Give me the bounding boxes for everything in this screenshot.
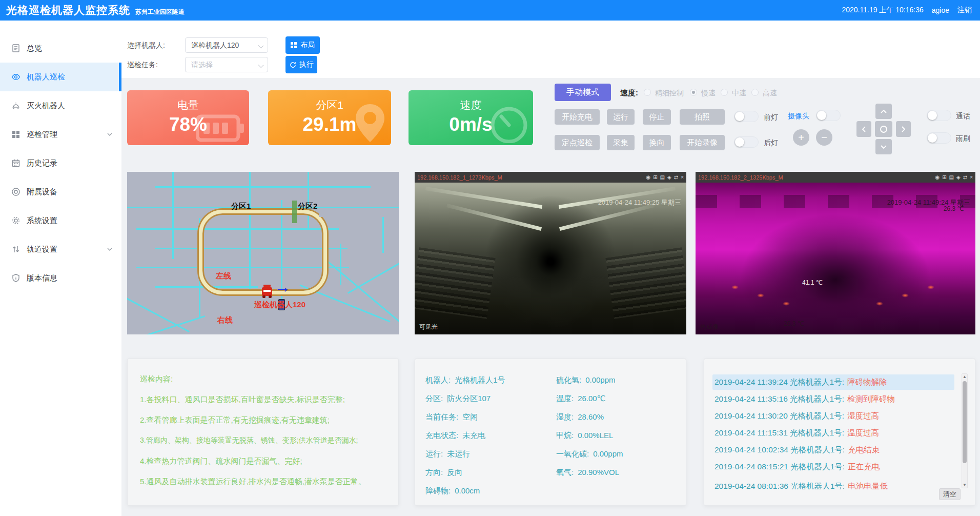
execute-button[interactable]: 执行	[285, 56, 317, 73]
sidebar-item-aux-devices[interactable]: 附属设备	[0, 177, 121, 206]
capture-icon[interactable]: ◈	[667, 174, 671, 180]
zone-card-value: 29.1m	[268, 114, 391, 135]
panel-icon[interactable]: ▤	[660, 174, 665, 180]
task-select-placeholder: 请选择	[191, 61, 213, 69]
scroll-up-icon[interactable]: ▲	[962, 374, 967, 379]
sidebar-item-overview[interactable]: 总览	[0, 34, 121, 63]
status-value: 20.90%VOL	[578, 468, 619, 477]
zoom-out-button[interactable]: −	[816, 129, 832, 146]
status-value: 0.00ppm	[585, 375, 615, 384]
start-charge-button[interactable]: 开始充电	[555, 109, 600, 125]
status-label: 湿度:	[556, 412, 574, 421]
inspection-title: 巡检内容:	[140, 374, 173, 384]
log-row[interactable]: 2019-04-24 11:30:20 光格机器人1号:湿度过高	[714, 408, 956, 424]
pan-down-button[interactable]	[875, 139, 892, 154]
log-row[interactable]: 2019-04-24 10:02:34 光格机器人1号:充电结束	[714, 442, 956, 458]
pan-up-button[interactable]	[875, 104, 892, 119]
sidebar-item-history[interactable]: 历史记录	[0, 149, 121, 177]
sidebar-item-version-info[interactable]: 版本信息	[0, 264, 121, 292]
log-row[interactable]: 2019-04-24 11:39:24 光格机器人1号:障碍物解除	[712, 374, 954, 390]
pan-right-button[interactable]	[896, 121, 911, 137]
robot-map-label: 巡检机器人120	[254, 300, 305, 310]
settings-icon[interactable]: ⊞	[653, 174, 657, 180]
fixed-point-patrol-button[interactable]: 定点巡检	[555, 135, 600, 150]
log-message: 充电结束	[848, 445, 880, 454]
wiper-toggle[interactable]	[927, 132, 951, 144]
scrollbar-thumb[interactable]	[963, 381, 967, 463]
record-button[interactable]: 开始录像	[680, 135, 725, 150]
log-row[interactable]: 2019-04-24 08:15:21 光格机器人1号:正在充电	[714, 459, 956, 474]
status-label: 机器人:	[425, 375, 451, 384]
photo-button[interactable]: 拍照	[680, 109, 725, 125]
monitor-icon[interactable]: ◉	[935, 174, 940, 180]
settings-icon[interactable]: ⊞	[942, 174, 946, 180]
speed-radio-high-label[interactable]: 高速	[763, 89, 777, 98]
status-value: 未充电	[462, 431, 485, 440]
chevron-down-icon	[881, 145, 887, 149]
log-row[interactable]: 2019-04-24 11:15:31 光格机器人1号:温度过高	[714, 425, 956, 441]
thermal-video-panel: 192.168.150.182_2_1325Kbps_M ◉ ⊞ ▤ ◈ ⇄ ×…	[696, 172, 975, 334]
manual-mode-button[interactable]: 手动模式	[555, 84, 611, 101]
monitor-icon[interactable]: ◉	[646, 174, 650, 180]
sidebar-item-fire-robot[interactable]: 灭火机器人	[0, 91, 121, 120]
scroll-down-icon[interactable]: ▼	[962, 483, 967, 487]
run-button[interactable]: 运行	[607, 109, 635, 125]
sidebar-item-inspection-mgmt[interactable]: 巡检管理	[0, 120, 121, 149]
temp-reading-bottom: 26.3 ℃	[784, 320, 804, 327]
pan-left-button[interactable]	[856, 121, 871, 137]
sidebar-item-system-settings[interactable]: 系统设置	[0, 206, 121, 235]
pan-center-button[interactable]	[875, 121, 892, 137]
panel-icon[interactable]: ▤	[949, 174, 954, 180]
stream-icon[interactable]: ⇄	[963, 174, 967, 180]
video-timestamp: 2019-04-24 11:49:25 星期三	[598, 198, 681, 207]
log-message: 温度过高	[847, 428, 879, 437]
speed-radio-slow[interactable]	[690, 89, 697, 96]
layout-button[interactable]: 布局	[285, 36, 320, 54]
robot-select[interactable]: 巡检机器人120	[185, 37, 268, 53]
front-light-toggle[interactable]	[734, 111, 759, 122]
reverse-button[interactable]: 换向	[643, 135, 671, 150]
track-arrows-icon	[11, 245, 21, 254]
close-icon[interactable]: ×	[970, 174, 973, 180]
toggle-knob	[735, 112, 744, 121]
temp-reading-top: 26.3 ℃	[944, 205, 964, 212]
speed-radio-high[interactable]	[751, 89, 759, 96]
speed-radio-fine-label[interactable]: 精细控制	[655, 89, 684, 98]
zoom-in-button[interactable]: +	[793, 129, 809, 146]
camera-toggle[interactable]	[816, 110, 841, 121]
speed-label: 速度:	[620, 88, 638, 98]
log-robot: 光格机器人1号:	[790, 411, 844, 420]
close-icon[interactable]: ×	[681, 174, 684, 180]
status-label: 当前任务:	[425, 412, 458, 421]
stream-icon[interactable]: ⇄	[674, 174, 678, 180]
sidebar-item-track-settings[interactable]: 轨道设置	[0, 235, 121, 264]
speed-radio-medium[interactable]	[721, 89, 728, 96]
log-scrollbar[interactable]: ▲ ▼	[962, 373, 968, 488]
logout-button[interactable]: 注销	[957, 6, 972, 15]
status-label: 氧气:	[556, 468, 574, 477]
stop-button[interactable]: 停止	[643, 109, 671, 125]
track-map: 分区1 分区2 左线 右线 → 巡检机器人120	[127, 172, 399, 334]
log-message: 湿度过高	[847, 411, 879, 420]
talk-toggle[interactable]	[927, 110, 951, 121]
toggle-knob	[928, 133, 937, 143]
speed-radio-fine[interactable]	[644, 89, 651, 96]
task-select[interactable]: 请选择	[185, 57, 268, 72]
log-row[interactable]: 2019-04-24 08:01:36 光格机器人1号:电池电量低	[714, 479, 956, 489]
event-log-panel: 2019-04-24 11:39:24 光格机器人1号:障碍物解除 2019-0…	[704, 359, 975, 506]
robot-marker-icon[interactable]	[261, 285, 273, 298]
capture-icon[interactable]: ◈	[956, 174, 961, 180]
speed-radio-slow-label[interactable]: 慢速	[701, 89, 716, 98]
inspection-content-panel: 巡检内容: 1.各投料口、通风口是否损坏,百叶窗是否缺失,标识是否完整; 2.查…	[127, 359, 399, 506]
front-light-label: 前灯	[764, 113, 778, 122]
sidebar-item-robot-inspection[interactable]: 机器人巡检	[0, 63, 121, 91]
visible-video-panel: 192.168.150.182_1_1273Kbps_M ◉ ⊞ ▤ ◈ ⇄ ×…	[415, 172, 686, 334]
log-row[interactable]: 2019-04-24 11:35:16 光格机器人1号:检测到障碍物	[714, 391, 956, 407]
speed-radio-medium-label[interactable]: 中速	[732, 89, 746, 98]
status-value: 防火分区107	[447, 394, 491, 403]
battery-card-value: 78%	[127, 114, 249, 135]
header-username[interactable]: agioe	[932, 6, 949, 14]
collect-button[interactable]: 采集	[607, 135, 635, 150]
clear-log-button[interactable]: 清空	[939, 488, 961, 500]
rear-light-toggle[interactable]	[734, 136, 759, 148]
